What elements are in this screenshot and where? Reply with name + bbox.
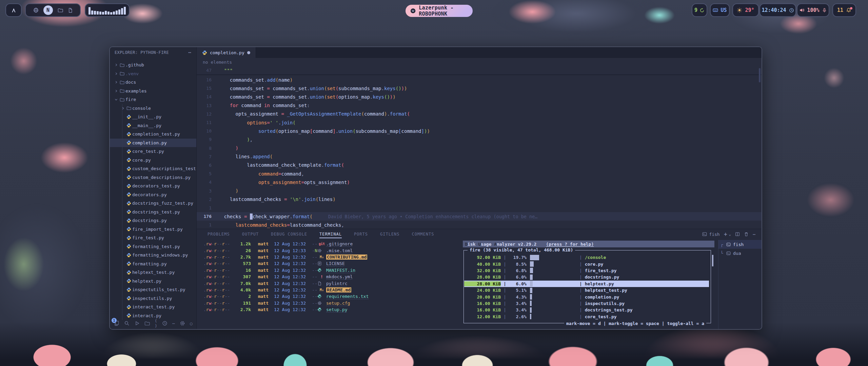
new-terminal-button[interactable]: +	[724, 231, 727, 238]
clock-widget[interactable]: 12:40:24	[760, 3, 796, 17]
tree-item--main-py[interactable]: __main__.py	[110, 121, 196, 130]
tree-item-core-test-py[interactable]: core_test.py	[110, 147, 196, 156]
code-line[interactable]: 11 options=' '.join(	[197, 118, 762, 127]
search-icon[interactable]	[124, 320, 130, 326]
dua-row-core-py[interactable]: 40.00 KiB|8.5%|core.py	[464, 261, 709, 267]
tree-item-docstrings-test-py[interactable]: docstrings_test.py	[110, 208, 196, 217]
tree-item-formatting-test-py[interactable]: formatting_test.py	[110, 242, 196, 251]
file-link[interactable]: setup.py	[326, 307, 348, 312]
tree-item-custom-descriptions-py[interactable]: custom_descriptions.py	[110, 173, 196, 182]
tree-item-fire-import-test-py[interactable]: fire_import_test.py	[110, 225, 196, 234]
dua-row-helptext-test-py[interactable]: 24.00 KiB|5.1%|helptext_test.py	[464, 287, 709, 293]
session-dua[interactable]: └dua	[718, 249, 762, 258]
dua-row-completion-py[interactable]: 20.00 KiB|4.3%|completion.py	[464, 293, 709, 300]
explorer-more-icon[interactable]: ⋯	[188, 49, 192, 56]
code-line[interactable]: 16 commands_set.add(name)	[197, 76, 762, 84]
explorer-icon[interactable]: 1	[114, 320, 119, 326]
tree-item-formatting-windows-py[interactable]: formatting_windows.py	[110, 251, 196, 260]
panel-tab-debug-console[interactable]: DEBUG CONSOLE	[271, 232, 307, 237]
media-widget[interactable]: Lazerpunk - ROBOPHONK	[406, 5, 473, 17]
file-link[interactable]: requirements.txt	[326, 294, 369, 299]
brackets-icon[interactable]: ( )	[155, 320, 157, 326]
file-link[interactable]: MANIFEST.in	[326, 268, 355, 273]
panel-tab-output[interactable]: OUTPUT	[242, 232, 259, 237]
dua-row-helptext-py[interactable]: 28.00 KiB|6.0%|helptext.py	[464, 281, 709, 287]
dua-row-core-test-py[interactable]: 12.00 KiB|2.6%|core_test.py	[464, 313, 709, 320]
code-line[interactable]: 176 checks = check_wrapper.format(David …	[197, 212, 762, 221]
tree-item-decorators-py[interactable]: decorators.py	[110, 190, 196, 199]
tree-item-fire-test-py[interactable]: fire_test.py	[110, 233, 196, 242]
file-link[interactable]: .mise.toml	[326, 248, 353, 253]
tree-item-fire[interactable]: fire	[110, 95, 196, 104]
tree-item-completion-py[interactable]: completion.py	[110, 139, 196, 147]
code-line[interactable]: 15 commands_set = commands_set.union(set…	[197, 84, 762, 93]
keyboard-layout-widget[interactable]: US	[710, 3, 730, 17]
code-line[interactable]: 1	[197, 204, 762, 212]
dua-scrollbar[interactable]	[712, 255, 713, 266]
file-link[interactable]: CONTRIBUTING.md	[326, 255, 367, 260]
more-icon[interactable]: ⋯	[172, 320, 175, 326]
code-line[interactable]: 10 sorted(options_map[command].union(sub…	[197, 127, 762, 135]
file-link[interactable]: pylintrc	[326, 281, 348, 286]
code-line[interactable]: 13 for command in commands_set:	[197, 101, 762, 110]
panel-more-icon[interactable]: ⋯	[753, 232, 755, 237]
tree-item-helptext-test-py[interactable]: helptext_test.py	[110, 268, 196, 277]
code-line[interactable]: 5 command=command,	[197, 169, 762, 178]
tree-item-core-py[interactable]: core.py	[110, 156, 196, 165]
tree-item-decorators-test-py[interactable]: decorators_test.py	[110, 182, 196, 190]
dua-row-fire-test-py[interactable]: 32.00 KiB|6.8%|fire_test.py	[464, 267, 709, 274]
debug-icon[interactable]	[134, 320, 140, 326]
launcher-button[interactable]	[5, 3, 22, 17]
tree-item--github[interactable]: .github	[110, 61, 196, 69]
file-link[interactable]: README.md	[326, 287, 351, 292]
code-line[interactable]: 4 opts_assignment=opts_assignment)	[197, 178, 762, 186]
breadcrumb[interactable]: no elements	[197, 58, 762, 66]
split-terminal-icon[interactable]	[735, 232, 740, 237]
panel-tab-ports[interactable]: PORTS	[354, 232, 368, 237]
terminal-dropdown-icon[interactable]: ⌄	[729, 232, 731, 237]
code-line[interactable]: 7 lines.append(	[197, 152, 762, 161]
settings-icon[interactable]	[180, 320, 185, 326]
tree-item-completion-test-py[interactable]: completion_test.py	[110, 130, 196, 139]
file-link[interactable]: .gitignore	[326, 241, 353, 246]
tree-item--init-py[interactable]: __init__.py	[110, 113, 196, 121]
code-line[interactable]: 1 lastcommand_checks=lastcommand_checks,	[197, 221, 762, 229]
notifications-widget[interactable]: 11	[832, 3, 856, 17]
file-link[interactable]: LICENSE	[326, 261, 345, 266]
file-link[interactable]: mkdocs.yml	[326, 274, 353, 279]
tab-completion-py[interactable]: completion.py	[197, 47, 256, 58]
dua-row-inspectutils-py[interactable]: 16.00 KiB|3.4%|inspectutils.py	[464, 300, 709, 307]
panel-tab-terminal[interactable]: TERMINAL	[319, 232, 342, 238]
shell-selector[interactable]: fish	[702, 232, 719, 237]
audio-widget[interactable]: 100%	[797, 3, 829, 17]
code-line[interactable]: 2 lastcommand_checks = '\n'.join(lines)	[197, 195, 762, 204]
code-line[interactable]: 8 )	[197, 144, 762, 152]
active-workspace-pill[interactable]: N	[43, 5, 53, 15]
disk-usage-analyzer[interactable]: Disk Usage Analyzer v2.29.2(press ? for …	[463, 241, 714, 329]
session-fish[interactable]: ┌fish	[718, 240, 762, 249]
updates-widget[interactable]: 9	[692, 3, 707, 17]
kill-terminal-icon[interactable]	[744, 232, 749, 237]
tree-item-docs[interactable]: docs	[110, 78, 196, 87]
tree-item-console[interactable]: console	[110, 104, 196, 113]
tree-item-docstrings-py[interactable]: docstrings.py	[110, 216, 196, 225]
dua-row-docstrings-py[interactable]: 28.00 KiB|6.0%|docstrings.py	[464, 274, 709, 280]
code-editor[interactable]: 16 commands_set.add(name)15 commands_set…	[197, 76, 762, 229]
dua-row--console[interactable]: 92.00 KiB|19.7%|/console	[464, 254, 709, 261]
code-line[interactable]: 3 )	[197, 186, 762, 195]
editor-scrollbar[interactable]	[759, 68, 761, 82]
dua-row-docstrings-test-py[interactable]: 16.00 KiB|3.4%|docstrings_test.py	[464, 307, 709, 313]
tree-item-helptext-py[interactable]: helptext.py	[110, 277, 196, 286]
tree-item-custom-descriptions-test-[interactable]: custom_descriptions_test.…	[110, 164, 196, 173]
modified-dot-icon[interactable]	[247, 51, 250, 54]
system-meter-widget[interactable]	[85, 3, 130, 17]
folder-icon[interactable]	[144, 320, 150, 326]
tree-item-interact-test-py[interactable]: interact_test.py	[110, 303, 196, 311]
tree-item-formatting-py[interactable]: formatting.py	[110, 260, 196, 268]
code-line[interactable]: 9 ),	[197, 135, 762, 144]
tree-item-examples[interactable]: examples	[110, 87, 196, 96]
workspaces-widget[interactable]: N	[25, 3, 81, 17]
panel-tab-comments[interactable]: COMMENTS	[412, 232, 434, 237]
weather-widget[interactable]: 29°	[732, 3, 759, 17]
tree-item-inspectutils-test-py[interactable]: inspectutils_test.py	[110, 285, 196, 294]
